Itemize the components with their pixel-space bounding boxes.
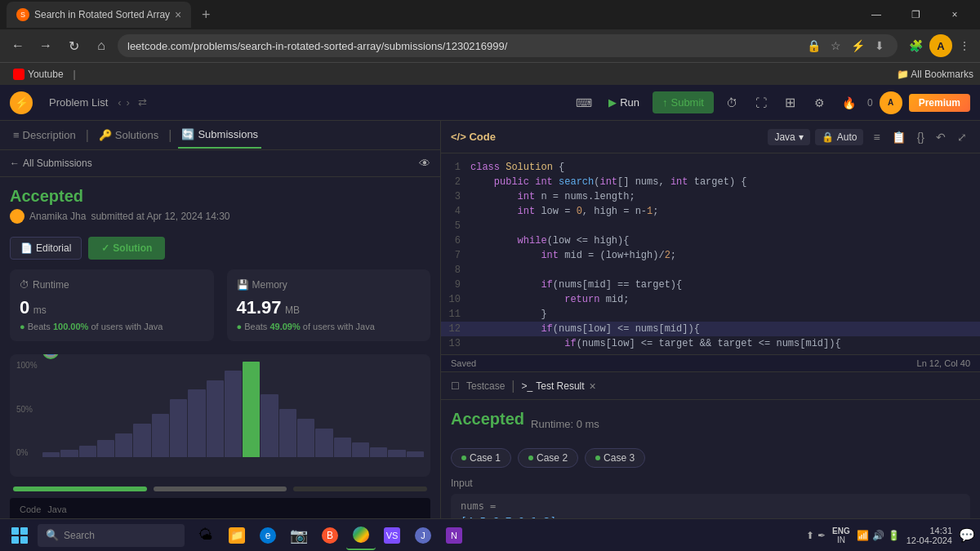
test-result-close-btn[interactable]: ×: [590, 380, 596, 393]
case-1-btn[interactable]: Case 1: [451, 448, 511, 468]
scrubber-mid: [154, 487, 287, 491]
code-line: 2 public int search(int[] nums, int targ…: [441, 175, 980, 189]
start-button[interactable]: [5, 521, 34, 550]
clock[interactable]: 14:31 12-04-2024: [906, 526, 952, 545]
lc-logo[interactable]: ⚡: [10, 91, 33, 114]
case-3-btn[interactable]: Case 3: [585, 448, 645, 468]
code-line: 5: [441, 219, 980, 233]
tab-description[interactable]: ≡ Description: [10, 122, 79, 148]
submitted-at: submitted at Apr 12, 2024 14:30: [91, 211, 229, 222]
user-avatar[interactable]: A: [880, 91, 902, 114]
address-bar[interactable]: leetcode.com/problems/search-in-rotated-…: [118, 34, 898, 57]
new-tab-btn[interactable]: +: [194, 3, 217, 26]
extension-icon[interactable]: ⚡: [848, 36, 868, 56]
case-2-btn[interactable]: Case 2: [518, 448, 578, 468]
settings-icon[interactable]: ⚙: [808, 91, 831, 114]
solution-btn[interactable]: ✓ Solution: [88, 237, 165, 260]
terminal-icon: >_: [522, 380, 533, 392]
test-result-tab[interactable]: >_ Test Result ×: [522, 380, 596, 393]
lang-select[interactable]: Java ▾: [768, 129, 809, 145]
submit-button[interactable]: ↑ Submit: [653, 91, 714, 113]
close-btn[interactable]: ×: [936, 0, 973, 29]
eye-icon[interactable]: 👁: [419, 157, 430, 170]
widgets-icon: 🌤: [198, 527, 213, 544]
taskbar-app-files[interactable]: 📁: [222, 521, 252, 550]
hamburger-icon[interactable]: ≡: [870, 129, 883, 145]
run-button[interactable]: ▶ Run: [602, 93, 646, 112]
expand-icon[interactable]: ⤢: [954, 129, 970, 145]
case-2-dot: [528, 455, 533, 460]
tab-close-btn[interactable]: ×: [175, 8, 181, 21]
home-btn[interactable]: ⌂: [90, 34, 113, 57]
back-btn[interactable]: ←: [7, 34, 29, 57]
flame-icon[interactable]: 🔥: [838, 91, 861, 114]
premium-button[interactable]: Premium: [909, 94, 970, 112]
extensions-btn[interactable]: 🧩: [906, 36, 926, 56]
profile-btn[interactable]: A: [929, 34, 952, 57]
code-label: Code Java: [20, 504, 421, 514]
menu-btn[interactable]: ⋮: [956, 36, 973, 56]
download-icon[interactable]: ⬇: [871, 36, 888, 56]
taskbar-app-onenote[interactable]: N: [439, 521, 469, 550]
problem-list-link[interactable]: Problem List: [42, 93, 114, 112]
line-content: if(nums[low] <= nums[mid]){: [470, 322, 700, 336]
volume-icon[interactable]: 🔊: [872, 530, 884, 541]
show-desktop-icon[interactable]: ⬆: [806, 530, 814, 541]
taskbar-app-chrome[interactable]: [346, 521, 376, 550]
code-area[interactable]: 1 class Solution { 2 public int search(i…: [441, 153, 980, 354]
maximize-btn[interactable]: ❐: [897, 0, 934, 29]
taskbar-app-brave[interactable]: B: [315, 521, 345, 550]
pen-icon[interactable]: ✒: [817, 530, 826, 541]
lang-indicator: ENG IN: [832, 527, 850, 544]
taskbar-search[interactable]: 🔍 Search: [38, 524, 185, 547]
undo-icon[interactable]: ↶: [933, 129, 949, 145]
bookmarks-bar: Youtube | 📁 All Bookmarks: [0, 62, 980, 85]
console-icon[interactable]: ⌨: [572, 91, 595, 114]
wifi-icon[interactable]: 📶: [857, 530, 869, 541]
chart-bar: [97, 440, 114, 457]
taskbar-app-edge[interactable]: e: [253, 521, 283, 550]
fullscreen-icon[interactable]: ⛶: [750, 91, 773, 114]
copy-icon[interactable]: 📋: [889, 129, 909, 145]
case-3-dot: [595, 455, 600, 460]
forward-btn[interactable]: →: [34, 34, 57, 57]
chrome-icon: [353, 527, 369, 543]
taskbar-right: ⬆ ✒ ENG IN 📶 🔊 🔋 14:31 12-04-2024 💬: [806, 526, 975, 545]
taskbar-app-camera[interactable]: 📷: [284, 521, 314, 550]
in-label: IN: [837, 535, 845, 544]
minimize-btn[interactable]: —: [858, 0, 895, 29]
notification-icon[interactable]: 💬: [959, 527, 975, 543]
lc-header: ⚡ Problem List ‹ › ⇄ ⌨ ▶ Run ↑ Submit ⏱ …: [0, 85, 980, 121]
taskbar-app-vs[interactable]: VS: [377, 521, 407, 550]
braces-icon[interactable]: {}: [914, 129, 928, 145]
all-bookmarks-btn[interactable]: 📁 All Bookmarks: [897, 69, 973, 80]
nav-arrow-right[interactable]: ›: [125, 96, 131, 109]
line-content: while(low <= high){: [470, 233, 629, 248]
all-submissions-back-btn[interactable]: ← All Submissions: [10, 158, 92, 169]
editorial-btn[interactable]: 📄 Editorial: [10, 237, 82, 260]
testcase-checkbox[interactable]: ☐: [451, 380, 460, 392]
code-line: 6 while(low <= high){: [441, 233, 980, 248]
star-icon[interactable]: ☆: [827, 36, 844, 56]
y-label-100: 100%: [16, 361, 38, 370]
reload-btn[interactable]: ↻: [62, 34, 85, 57]
auto-select[interactable]: 🔒 Auto: [815, 129, 864, 145]
bookmark-youtube[interactable]: Youtube: [7, 67, 70, 82]
status-icons: 📶 🔊 🔋: [857, 530, 900, 541]
chart-bar: [207, 380, 224, 457]
browser-tab[interactable]: S Search in Rotated Sorted Array ×: [7, 2, 191, 28]
grid-icon[interactable]: ⊞: [779, 91, 802, 114]
shuffle-icon[interactable]: ⇄: [136, 96, 149, 109]
battery-icon[interactable]: 🔋: [888, 530, 900, 541]
nav-arrow-left[interactable]: ‹: [116, 96, 122, 109]
tab-submissions[interactable]: 🔄 Submissions: [178, 122, 261, 149]
taskbar-app-widgets[interactable]: 🌤: [191, 521, 220, 550]
case-1-dot: [461, 455, 466, 460]
tab-sep-2: |: [168, 128, 172, 143]
tab-solutions[interactable]: 🔑 Solutions: [96, 122, 162, 148]
chart-bar: [352, 442, 369, 457]
timer-icon[interactable]: ⏱: [720, 91, 743, 114]
taskbar-app-java[interactable]: J: [408, 521, 438, 550]
memory-icon: 💾: [237, 279, 249, 291]
testcase-tab[interactable]: Testcase: [466, 380, 505, 392]
